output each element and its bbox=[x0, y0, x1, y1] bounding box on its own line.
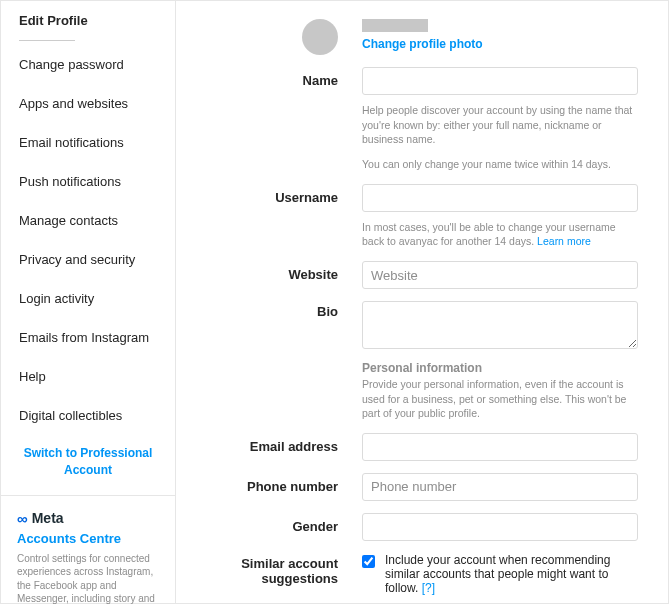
personal-info-heading: Personal information bbox=[362, 360, 638, 377]
label-similar: Similar account suggestions bbox=[182, 553, 362, 595]
meta-description: Control settings for connected experienc… bbox=[17, 552, 159, 604]
label-website: Website bbox=[182, 261, 362, 289]
learn-more-link[interactable]: Learn more bbox=[537, 235, 591, 247]
meta-brand-text: Meta bbox=[32, 510, 64, 526]
nav-email-notifications[interactable]: Email notifications bbox=[1, 123, 175, 162]
email-input[interactable] bbox=[362, 433, 638, 461]
meta-infinity-icon: ∞ bbox=[17, 510, 28, 527]
label-gender: Gender bbox=[182, 513, 362, 541]
name-help-1: Help people discover your account by usi… bbox=[362, 103, 638, 147]
personal-info-section: Personal information Provide your person… bbox=[362, 360, 638, 421]
nav-change-password[interactable]: Change password bbox=[1, 45, 175, 84]
similar-suggestions-row: Include your account when recommending s… bbox=[362, 553, 638, 595]
nav-edit-profile[interactable]: Edit Profile bbox=[1, 1, 175, 40]
avatar[interactable] bbox=[302, 19, 338, 55]
nav-digital-collectibles[interactable]: Digital collectibles bbox=[1, 396, 175, 435]
nav-login-activity[interactable]: Login activity bbox=[1, 279, 175, 318]
nav-push-notifications[interactable]: Push notifications bbox=[1, 162, 175, 201]
nav-apps-websites[interactable]: Apps and websites bbox=[1, 84, 175, 123]
switch-professional-link[interactable]: Switch to Professional Account bbox=[1, 435, 175, 495]
label-email: Email address bbox=[182, 433, 362, 461]
phone-input[interactable] bbox=[362, 473, 638, 501]
sidebar-nav: Edit Profile Change password Apps and we… bbox=[1, 1, 175, 495]
accounts-centre-link[interactable]: Accounts Centre bbox=[17, 531, 159, 546]
sidebar: Edit Profile Change password Apps and we… bbox=[1, 1, 176, 603]
nav-emails-instagram[interactable]: Emails from Instagram bbox=[1, 318, 175, 357]
edit-profile-form: Change profile photo Name Help people di… bbox=[176, 1, 668, 603]
username-display bbox=[362, 19, 428, 32]
similar-suggestions-text: Include your account when recommending s… bbox=[385, 553, 638, 595]
nav-help[interactable]: Help bbox=[1, 357, 175, 396]
label-phone: Phone number bbox=[182, 473, 362, 501]
meta-logo: ∞ Meta bbox=[17, 510, 159, 527]
settings-page: Edit Profile Change password Apps and we… bbox=[0, 0, 669, 604]
similar-suggestions-checkbox[interactable] bbox=[362, 555, 375, 568]
bio-input[interactable] bbox=[362, 301, 638, 349]
username-help: In most cases, you'll be able to change … bbox=[362, 220, 638, 249]
change-profile-photo-link[interactable]: Change profile photo bbox=[362, 37, 638, 51]
label-username: Username bbox=[182, 184, 362, 249]
nav-privacy-security[interactable]: Privacy and security bbox=[1, 240, 175, 279]
name-help-2: You can only change your name twice with… bbox=[362, 157, 638, 172]
avatar-cell bbox=[182, 19, 362, 55]
profile-header: Change profile photo bbox=[362, 19, 638, 55]
label-bio: Bio bbox=[182, 301, 362, 421]
nav-active-underline bbox=[19, 40, 75, 41]
meta-accounts-box: ∞ Meta Accounts Centre Control settings … bbox=[1, 495, 175, 604]
gender-input[interactable] bbox=[362, 513, 638, 541]
name-input[interactable] bbox=[362, 67, 638, 95]
similar-help-link[interactable]: [?] bbox=[422, 581, 435, 595]
website-input[interactable] bbox=[362, 261, 638, 289]
label-name: Name bbox=[182, 67, 362, 172]
nav-manage-contacts[interactable]: Manage contacts bbox=[1, 201, 175, 240]
username-input[interactable] bbox=[362, 184, 638, 212]
personal-info-body: Provide your personal information, even … bbox=[362, 377, 638, 421]
